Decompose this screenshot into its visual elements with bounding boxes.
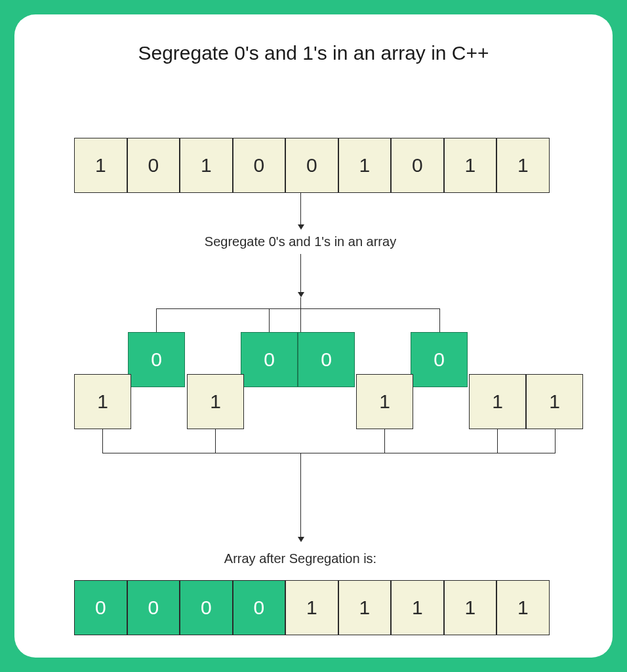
input-array: 1 0 1 0 0 1 0 1 1 [74,138,550,193]
array-cell: 0 [180,580,233,635]
array-cell: 0 [127,138,180,193]
arrow-line [300,453,301,538]
array-cell-one: 1 [74,374,131,429]
array-cell: 1 [180,138,233,193]
arrow-down-icon [298,224,304,230]
output-array: 0 0 0 0 1 1 1 1 1 [74,580,550,635]
array-cell-one: 1 [187,374,244,429]
array-cell: 1 [444,580,497,635]
array-cell: 0 [127,580,180,635]
diagram-card: Segregate 0's and 1's in an array in C++… [14,14,613,658]
array-cell: 0 [233,580,286,635]
array-cell: 1 [285,580,338,635]
placeholder-cell [413,374,469,429]
connector-line [102,453,556,453]
array-cell-one: 1 [469,374,526,429]
connector-line [156,308,157,332]
ones-row: 1 1 1 1 1 [74,374,583,429]
array-cell: 1 [444,138,497,193]
array-cell: 0 [391,138,444,193]
connector-line [102,429,103,453]
connector-line [439,308,440,332]
connector-line [215,429,216,453]
arrow-line [300,193,301,226]
connector-line [300,297,301,332]
array-cell: 1 [391,580,444,635]
arrow-down-icon [298,537,304,542]
array-cell: 0 [74,580,127,635]
array-cell: 0 [285,138,338,193]
array-cell: 1 [338,138,392,193]
placeholder-cell [131,374,187,429]
array-cell: 0 [233,138,286,193]
connector-line [555,429,556,453]
connector-line [156,308,439,309]
output-label: Array after Segregation is: [169,551,432,566]
array-cell: 1 [496,580,550,635]
connector-line [384,429,385,453]
page-title: Segregate 0's and 1's in an array in C++ [14,14,613,64]
array-cell-one: 1 [526,374,583,429]
array-cell: 1 [496,138,550,193]
array-cell: 1 [74,138,127,193]
arrow-down-icon [298,292,304,297]
array-cell: 1 [338,580,392,635]
array-cell-one: 1 [356,374,413,429]
placeholder-cell [244,374,356,429]
step-label: Segregate 0's and 1's in an array [169,234,432,249]
connector-line [497,429,498,453]
arrow-line [300,254,301,293]
connector-line [269,308,270,332]
